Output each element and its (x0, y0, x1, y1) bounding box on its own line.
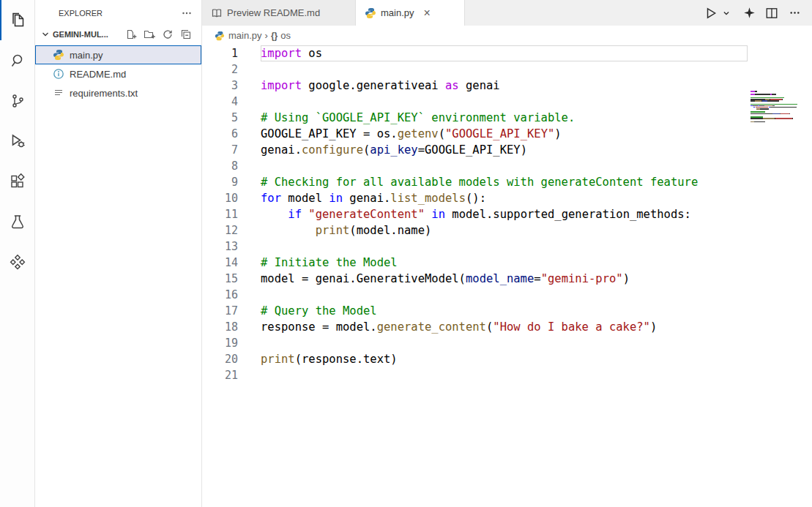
line-number[interactable]: 1 (202, 45, 238, 61)
minimap[interactable] (750, 91, 802, 124)
code-token: ( (486, 320, 493, 334)
line-content[interactable]: print(model.name) (261, 222, 748, 239)
new-file-icon[interactable] (125, 29, 137, 40)
line-content[interactable] (261, 367, 748, 383)
line-content[interactable] (261, 335, 748, 351)
code-token: ( (295, 353, 302, 366)
source-control-icon[interactable] (0, 80, 35, 121)
code-line[interactable]: 20print(response.text) (202, 351, 812, 367)
line-content[interactable]: if "generateContent" in model.supported_… (261, 206, 748, 222)
explorer-icon[interactable] (0, 0, 35, 40)
line-number[interactable]: 17 (202, 303, 238, 319)
more-actions-icon[interactable] (787, 6, 802, 20)
code-line[interactable]: 15model = genai.GenerativeModel(model_na… (202, 271, 812, 287)
folder-section-header[interactable]: GEMINI-MUL... (35, 26, 201, 43)
code-line[interactable]: 8 (202, 158, 812, 174)
line-content[interactable]: # Initiate the Model (261, 255, 748, 271)
views-more-icon[interactable] (181, 7, 193, 19)
file-row-main-py[interactable]: main.py (35, 45, 201, 64)
line-number[interactable]: 3 (202, 78, 238, 94)
line-content[interactable]: # Using `GOOGLE_API_KEY` environment var… (261, 110, 748, 126)
breadcrumb-file[interactable]: main.py (228, 30, 262, 41)
line-number[interactable]: 7 (202, 142, 238, 158)
line-content[interactable] (261, 61, 748, 78)
extensions-icon[interactable] (0, 161, 35, 201)
line-content[interactable] (261, 287, 748, 303)
code-token: model_name (466, 272, 534, 285)
line-number[interactable]: 8 (202, 158, 238, 174)
code-line[interactable]: 4 (202, 94, 812, 110)
line-content[interactable]: print(response.text) (261, 351, 748, 367)
testing-icon[interactable] (0, 201, 35, 241)
line-content[interactable]: import os (261, 45, 748, 61)
code-line[interactable]: 18response = model.generate_content("How… (202, 319, 812, 335)
line-content[interactable]: for model in genai.list_models(): (261, 190, 748, 206)
line-number[interactable]: 12 (202, 222, 238, 239)
search-icon[interactable] (0, 40, 35, 80)
line-number[interactable]: 9 (202, 174, 238, 190)
code-line[interactable]: 10for model in genai.list_models(): (202, 190, 812, 206)
new-folder-icon[interactable] (144, 29, 155, 40)
refresh-icon[interactable] (162, 29, 174, 40)
run-dropdown-chevron-icon[interactable] (719, 6, 734, 20)
code-line[interactable]: 17# Query the Model (202, 303, 812, 319)
code-line[interactable]: 19 (202, 335, 812, 351)
line-number[interactable]: 14 (202, 255, 238, 271)
code-editor[interactable]: 1import os23import google.generativeai a… (202, 45, 812, 507)
code-line[interactable]: 6GOOGLE_API_KEY = os.getenv("GOOGLE_API_… (202, 126, 812, 142)
line-number[interactable]: 21 (202, 367, 238, 383)
code-line[interactable]: 7genai.configure(api_key=GOOGLE_API_KEY) (202, 142, 812, 158)
python-icon (365, 7, 376, 19)
vscode-window: EXPLORER GEMINI-MUL... (0, 0, 812, 507)
line-number[interactable]: 2 (202, 61, 238, 78)
line-number[interactable]: 18 (202, 319, 238, 335)
code-line[interactable]: 9# Checking for all available models wit… (202, 174, 812, 190)
line-number[interactable]: 11 (202, 206, 238, 222)
line-content[interactable]: import google.generativeai as genai (261, 78, 748, 94)
line-number[interactable]: 16 (202, 287, 238, 303)
file-row-requirements-txt[interactable]: requirements.txt (35, 83, 201, 102)
run-debug-icon[interactable] (0, 121, 35, 161)
code-token: getenv (398, 127, 439, 140)
line-content[interactable]: GOOGLE_API_KEY = os.getenv("GOOGLE_API_K… (261, 126, 748, 142)
code-line[interactable]: 16 (202, 287, 812, 303)
code-token: configure (302, 143, 363, 157)
line-content[interactable]: response = model.generate_content("How d… (261, 319, 748, 335)
line-number[interactable]: 6 (202, 126, 238, 142)
line-content[interactable] (261, 94, 748, 110)
line-number[interactable]: 19 (202, 335, 238, 351)
split-editor-icon[interactable] (764, 6, 779, 20)
line-number[interactable]: 15 (202, 271, 238, 287)
python-icon (53, 49, 64, 61)
code-line[interactable]: 2 (202, 61, 812, 78)
code-line[interactable]: 13 (202, 239, 812, 255)
run-button[interactable] (704, 6, 718, 20)
code-line[interactable]: 3import google.generativeai as genai (202, 78, 812, 94)
line-content[interactable]: genai.configure(api_key=GOOGLE_API_KEY) (261, 142, 748, 158)
code-line[interactable]: 21 (202, 367, 812, 383)
file-row-readme-md[interactable]: README.md (35, 64, 201, 83)
code-line[interactable]: 11 if "generateContent" in model.support… (202, 206, 812, 222)
line-number[interactable]: 13 (202, 239, 238, 255)
close-icon[interactable]: × (422, 7, 433, 20)
breadcrumb-symbol[interactable]: os (280, 30, 291, 41)
code-line[interactable]: 5# Using `GOOGLE_API_KEY` environment va… (202, 110, 812, 126)
extension-blocks-icon[interactable] (0, 241, 35, 282)
line-content[interactable] (261, 239, 748, 255)
line-number[interactable]: 4 (202, 94, 238, 110)
line-content[interactable]: # Checking for all available models with… (261, 174, 748, 190)
code-line[interactable]: 1import os (202, 45, 812, 61)
line-number[interactable]: 20 (202, 351, 238, 367)
line-content[interactable]: model = genai.GenerativeModel(model_name… (261, 271, 748, 287)
code-token: ) (425, 224, 431, 237)
tab-preview-readme[interactable]: Preview README.md (202, 0, 356, 26)
code-line[interactable]: 14# Initiate the Model (202, 255, 812, 271)
tab-main-py[interactable]: main.py × (356, 0, 465, 26)
line-content[interactable]: # Query the Model (261, 303, 748, 319)
sparkle-icon[interactable] (742, 6, 756, 20)
collapse-all-icon[interactable] (180, 29, 192, 40)
line-number[interactable]: 10 (202, 190, 238, 206)
code-line[interactable]: 12 print(model.name) (202, 222, 812, 239)
line-content[interactable] (261, 158, 748, 174)
line-number[interactable]: 5 (202, 110, 238, 126)
